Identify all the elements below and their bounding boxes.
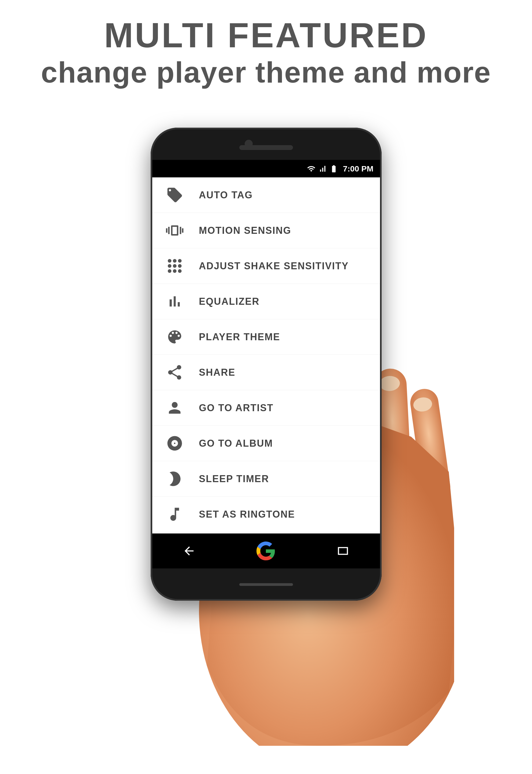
menu-item-go-to-artist[interactable]: GO TO ARTIST — [151, 390, 382, 426]
svg-point-12 — [178, 259, 182, 263]
back-button[interactable] — [178, 540, 200, 562]
share-icon — [164, 362, 186, 383]
status-icons: 7:00 PM — [307, 164, 373, 173]
recents-button[interactable] — [332, 540, 354, 562]
battery-icon — [330, 164, 338, 173]
phone-nav-bar — [151, 534, 382, 568]
home-button[interactable] — [255, 540, 277, 562]
player-theme-label: PLAYER THEME — [199, 331, 280, 343]
sleep-timer-label: SLEEP TIMER — [199, 473, 269, 485]
menu-item-auto-tag[interactable]: AUTO TAG — [151, 177, 382, 213]
menu-item-sleep-timer[interactable]: SLEEP TIMER — [151, 461, 382, 497]
music-note-icon — [164, 504, 186, 525]
phone-top-bar — [151, 128, 382, 160]
motion-sensing-label: MOTION SENSING — [199, 225, 291, 236]
menu-list: AUTO TAG MOTION SENSING — [151, 177, 382, 534]
auto-tag-label: AUTO TAG — [199, 189, 253, 201]
tag-icon — [164, 184, 186, 206]
bar-chart-icon — [164, 291, 186, 312]
svg-point-13 — [168, 264, 172, 268]
phone-hand-wrapper: 7:00 PM AUTO TAG — [78, 101, 454, 746]
menu-item-player-theme[interactable]: PLAYER THEME — [151, 319, 382, 355]
vibrate-icon — [164, 220, 186, 241]
moon-icon — [164, 468, 186, 490]
svg-point-15 — [178, 264, 182, 268]
palette-icon — [164, 326, 186, 348]
phone-frame: 7:00 PM AUTO TAG — [151, 128, 382, 601]
phone-speaker — [239, 145, 293, 150]
menu-item-adjust-shake[interactable]: ADJUST SHAKE SENSITIVITY — [151, 248, 382, 284]
main-title: MULTI FEATURED — [41, 16, 491, 55]
menu-item-share[interactable]: SHARE — [151, 355, 382, 390]
svg-point-14 — [173, 264, 177, 268]
home-indicator — [239, 583, 293, 586]
sub-title: change player theme and more — [41, 55, 491, 90]
signal-icon — [318, 164, 327, 173]
status-time: 7:00 PM — [343, 164, 373, 173]
set-as-ringtone-label: SET AS RINGTONE — [199, 509, 295, 520]
go-to-artist-label: GO TO ARTIST — [199, 402, 274, 414]
phone-screen: AUTO TAG MOTION SENSING — [151, 177, 382, 534]
vinyl-icon — [164, 433, 186, 454]
equalizer-label: EQUALIZER — [199, 296, 260, 307]
go-to-album-label: GO TO ALBUM — [199, 438, 273, 449]
status-bar: 7:00 PM — [151, 160, 382, 177]
phone-bottom-bar — [151, 568, 382, 601]
side-button — [381, 257, 382, 289]
svg-point-11 — [173, 259, 177, 263]
page-wrapper: MULTI FEATURED change player theme and m… — [0, 0, 532, 774]
adjust-shake-label: ADJUST SHAKE SENSITIVITY — [199, 260, 349, 272]
svg-point-16 — [168, 269, 172, 273]
menu-item-equalizer[interactable]: EQUALIZER — [151, 284, 382, 319]
svg-point-17 — [173, 269, 177, 273]
share-label: SHARE — [199, 367, 236, 378]
menu-item-go-to-album[interactable]: GO TO ALBUM — [151, 426, 382, 461]
menu-item-set-as-ringtone[interactable]: SET AS RINGTONE — [151, 497, 382, 532]
svg-point-10 — [168, 259, 172, 263]
wifi-icon — [307, 164, 316, 173]
dots-grid-icon — [164, 255, 186, 277]
menu-item-motion-sensing[interactable]: MOTION SENSING — [151, 213, 382, 248]
person-icon — [164, 397, 186, 419]
svg-point-18 — [178, 269, 182, 273]
header-section: MULTI FEATURED change player theme and m… — [41, 0, 491, 101]
